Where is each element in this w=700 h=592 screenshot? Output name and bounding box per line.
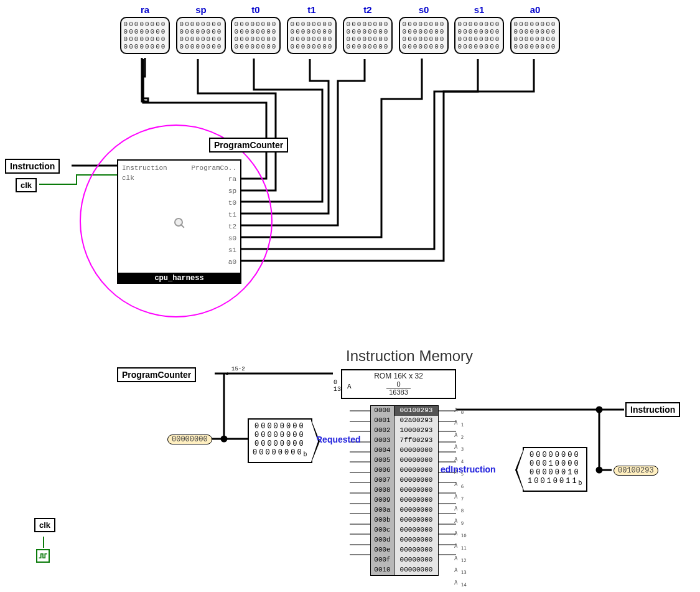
value-instruction[interactable]: 00100293 bbox=[614, 466, 658, 476]
pin-clk-in[interactable]: clk bbox=[16, 178, 37, 192]
port-t1: t1 bbox=[228, 211, 236, 218]
block-title: cpu_harness bbox=[117, 273, 241, 284]
reg-s1[interactable]: s1 00000000 00000000 00000000 00000000 bbox=[454, 4, 504, 54]
port-t0: t0 bbox=[228, 199, 236, 207]
reg-ra[interactable]: ra 00000000 00000000 00000000 00000000 bbox=[120, 4, 170, 54]
clock-icon[interactable] bbox=[36, 549, 50, 563]
port-instruction: Instruction bbox=[122, 164, 167, 172]
port-s0: s0 bbox=[228, 235, 236, 242]
reg-t2[interactable]: t2 00000000 00000000 00000000 00000000 bbox=[343, 4, 393, 54]
probe-fetched[interactable]: 00000000 00010000 00000010 10010011b bbox=[523, 447, 587, 492]
reg-sp[interactable]: sp 00000000 00000000 00000000 00000000 bbox=[176, 4, 226, 54]
rom-header-box[interactable]: ROM 16K x 32 016383 bbox=[341, 369, 456, 399]
port-a0: a0 bbox=[228, 258, 236, 266]
reg-t1[interactable]: t1 00000000 00000000 00000000 00000000 bbox=[287, 4, 337, 54]
port-sp: sp bbox=[228, 187, 236, 195]
logisim-canvas[interactable]: ra 00000000 00000000 00000000 00000000 s… bbox=[0, 0, 700, 592]
reg-t0[interactable]: t0 00000000 00000000 00000000 00000000 bbox=[231, 4, 281, 54]
magnifier-icon[interactable] bbox=[174, 218, 183, 227]
value-pc[interactable]: 00000000 bbox=[167, 435, 212, 444]
imem-title: Instruction Memory bbox=[346, 347, 473, 365]
splitter-label: 15-2 bbox=[231, 366, 245, 372]
reg-a0[interactable]: a0 00000000 00000000 00000000 00000000 bbox=[510, 4, 560, 54]
svg-point-2 bbox=[597, 467, 602, 472]
cpu-harness-block[interactable]: Instruction clk ProgramCo.. ra sp t0 t1 … bbox=[117, 159, 241, 284]
pin-clk2[interactable]: clk bbox=[34, 518, 55, 532]
wire-layer bbox=[0, 0, 700, 592]
pin-instruction-in[interactable]: Instruction bbox=[5, 159, 60, 174]
port-clk: clk bbox=[122, 174, 134, 182]
label-requested: Requested bbox=[316, 435, 361, 444]
port-programcounter: ProgramCo.. bbox=[191, 164, 236, 172]
port-ra: ra bbox=[228, 176, 236, 183]
tunnel-instruction-out[interactable]: Instruction bbox=[625, 402, 680, 417]
rom-table[interactable]: 000000100293 000102a00293 000210000293 0… bbox=[370, 405, 439, 576]
label-fetched: edInstruction bbox=[441, 464, 496, 474]
port-t2: t2 bbox=[228, 223, 236, 230]
port-s1: s1 bbox=[228, 247, 236, 254]
pin-program-counter: ProgramCounter bbox=[209, 138, 288, 153]
rom-port-labels: A 0A 1A 2A 3A 4A 5A 6A 7A 8A 9A 10A 11A … bbox=[454, 405, 467, 590]
tunnel-program-counter[interactable]: ProgramCounter bbox=[117, 367, 196, 382]
reg-s0[interactable]: s0 00000000 00000000 00000000 00000000 bbox=[399, 4, 449, 54]
probe-requested[interactable]: 00000000 00000000 00000000 00000000b bbox=[248, 418, 312, 463]
